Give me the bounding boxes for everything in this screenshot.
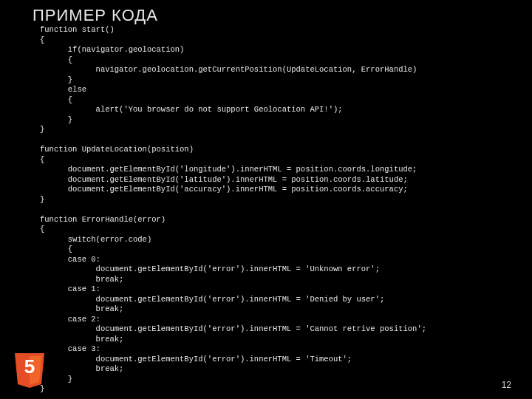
slide: ПРИМЕР КОДА function start() { if(naviga… — [0, 0, 532, 399]
slide-title: ПРИМЕР КОДА — [33, 6, 158, 25]
html5-glyph: 5 — [13, 355, 46, 378]
html5-logo-icon: 5 — [13, 352, 46, 389]
page-number: 12 — [502, 380, 511, 390]
code-block: function start() { if(navigator.geolocat… — [40, 25, 488, 395]
